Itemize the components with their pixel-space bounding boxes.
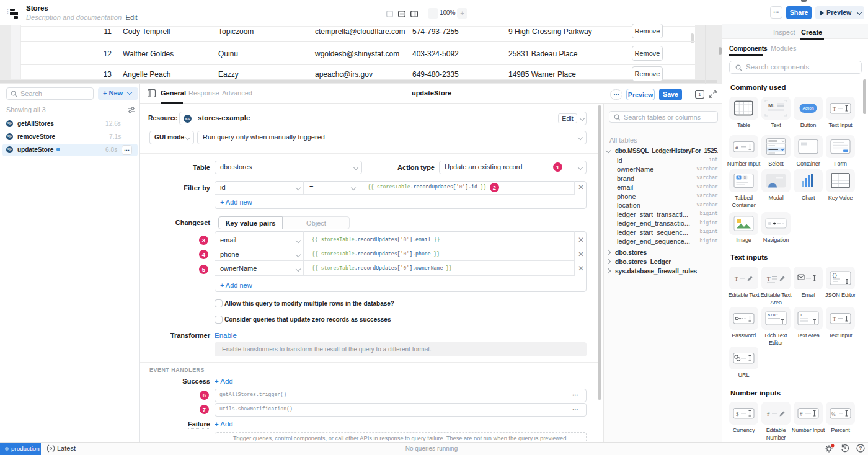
svg-text:#: # [735,144,738,151]
svg-text:%: % [831,412,836,417]
svg-text:M↓: M↓ [768,102,775,108]
svg-text:T: T [735,276,738,282]
svg-text:#: # [767,411,770,417]
svg-text:Action: Action [802,106,813,110]
svg-text:T: T [833,316,836,322]
svg-text:#: # [800,411,803,417]
svg-text:{}: {} [832,273,837,278]
svg-text:T…: T… [800,312,807,317]
svg-text:$: $ [736,411,739,417]
svg-text:?: ? [859,445,862,451]
svg-text:T: T [767,276,771,282]
svg-text:B / U ”: B / U ” [768,313,778,317]
svg-text:T: T [833,106,836,112]
svg-text:1: 1 [698,92,701,97]
